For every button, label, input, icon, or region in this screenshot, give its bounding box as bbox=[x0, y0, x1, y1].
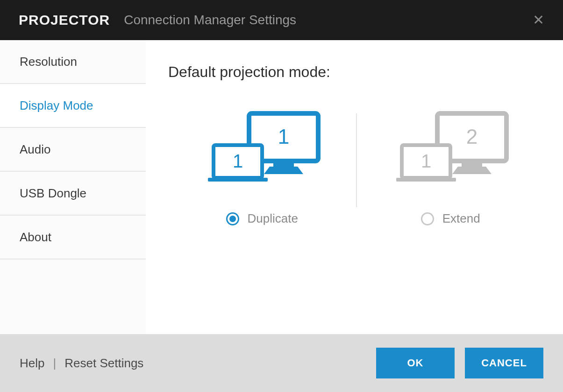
footer-links: Help | Reset Settings bbox=[20, 356, 143, 371]
window-body: Resolution Display Mode Audio USB Dongle… bbox=[0, 40, 563, 334]
svg-rect-7 bbox=[396, 178, 456, 182]
sidebar-item-usb-dongle[interactable]: USB Dongle bbox=[0, 172, 146, 216]
sidebar-item-label: USB Dongle bbox=[20, 186, 86, 201]
svg-rect-3 bbox=[208, 178, 268, 182]
sidebar-item-display-mode[interactable]: Display Mode bbox=[0, 84, 146, 128]
close-icon[interactable]: ✕ bbox=[533, 13, 544, 27]
projection-options: 1 1 Duplicate bbox=[168, 109, 544, 226]
svg-rect-1 bbox=[273, 161, 294, 167]
option-label: Extend bbox=[442, 211, 480, 226]
help-link[interactable]: Help bbox=[20, 356, 44, 371]
sidebar-item-about[interactable]: About bbox=[0, 216, 146, 259]
settings-window: PROJECTOR Connection Manager Settings ✕ … bbox=[0, 0, 563, 392]
app-name: PROJECTOR bbox=[19, 12, 110, 28]
sidebar: Resolution Display Mode Audio USB Dongle… bbox=[0, 40, 146, 334]
sidebar-item-label: Display Mode bbox=[20, 98, 93, 113]
option-duplicate[interactable]: 1 1 Duplicate bbox=[168, 109, 356, 226]
footer-separator: | bbox=[53, 356, 56, 371]
radio-extend[interactable]: Extend bbox=[421, 211, 480, 226]
sidebar-item-audio[interactable]: Audio bbox=[0, 128, 146, 172]
monitor-number: 1 bbox=[278, 125, 289, 148]
radio-icon bbox=[421, 212, 434, 225]
monitor-number: 2 bbox=[466, 125, 477, 148]
radio-icon bbox=[226, 212, 239, 225]
main-panel: Default projection mode: 1 1 bbox=[146, 40, 563, 334]
window-subtitle: Connection Manager Settings bbox=[124, 13, 296, 28]
footer: Help | Reset Settings OK CANCEL bbox=[0, 334, 563, 392]
footer-buttons: OK CANCEL bbox=[376, 348, 543, 378]
laptop-number: 1 bbox=[421, 151, 431, 171]
sidebar-item-label: Audio bbox=[20, 142, 51, 157]
svg-rect-5 bbox=[462, 161, 482, 167]
duplicate-displays-icon: 1 1 bbox=[201, 109, 323, 193]
cancel-button[interactable]: CANCEL bbox=[465, 348, 543, 378]
sidebar-item-label: Resolution bbox=[20, 55, 77, 69]
extend-displays-icon: 2 1 bbox=[390, 109, 511, 193]
option-label: Duplicate bbox=[248, 211, 298, 226]
option-extend[interactable]: 2 1 Extend bbox=[357, 109, 545, 226]
laptop-number: 1 bbox=[233, 151, 243, 171]
sidebar-item-label: About bbox=[20, 230, 51, 245]
sidebar-item-resolution[interactable]: Resolution bbox=[0, 40, 146, 84]
reset-settings-link[interactable]: Reset Settings bbox=[64, 356, 143, 371]
radio-duplicate[interactable]: Duplicate bbox=[226, 211, 298, 226]
section-heading: Default projection mode: bbox=[168, 63, 544, 81]
titlebar: PROJECTOR Connection Manager Settings ✕ bbox=[0, 0, 563, 40]
ok-button[interactable]: OK bbox=[376, 348, 455, 378]
